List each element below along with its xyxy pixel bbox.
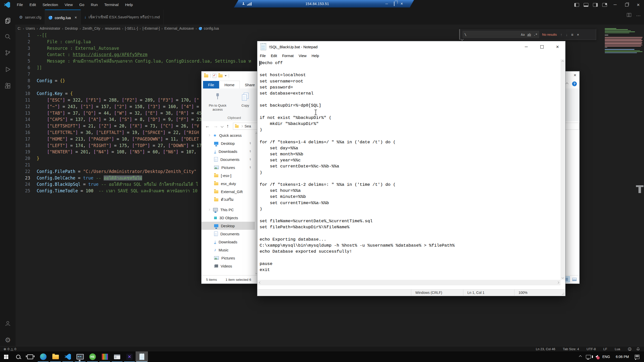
window-restore-button[interactable]	[621, 0, 632, 10]
rdp-close-button[interactable]: ×	[398, 2, 406, 6]
account-icon[interactable]	[0, 317, 16, 329]
notepad-close-button[interactable]: ×	[550, 41, 565, 52]
status-item-utf-8[interactable]: UTF-8	[587, 347, 596, 351]
taskbar-xampp-icon[interactable]: ✕	[123, 351, 136, 362]
search-icon[interactable]	[0, 31, 16, 43]
notepad-menu-format[interactable]: Format	[279, 54, 296, 58]
menu-item-go[interactable]: Go	[76, 0, 88, 10]
notepad-hscrollbar[interactable]	[258, 280, 560, 285]
find-previous-icon[interactable]: ↑	[560, 32, 562, 37]
taskbar-explorer-icon[interactable]	[49, 351, 62, 362]
thumbnail-view-button[interactable]	[571, 276, 578, 282]
minimize-ribbon-chevron-icon[interactable]	[566, 82, 568, 85]
expander-chevron-icon[interactable]	[208, 134, 210, 136]
sidebar-item-pictures[interactable]: Pictures✎	[202, 163, 255, 171]
ribbon-tab-file[interactable]: File	[203, 81, 219, 88]
taskbar-edge-icon[interactable]	[37, 351, 49, 362]
find-close-icon[interactable]: ×	[577, 32, 579, 37]
resize-grip[interactable]	[561, 292, 565, 295]
sidebar-item-desktop[interactable]: Desktop✎	[202, 139, 255, 147]
breadcrumb-item[interactable]: resources	[105, 26, 120, 30]
notepad-menu-edit[interactable]: Edit	[268, 54, 279, 58]
sidebar-item-documents[interactable]: Documents✎	[202, 155, 255, 163]
customize-layout-icon[interactable]	[602, 3, 607, 7]
menu-item-file[interactable]: File	[14, 0, 26, 10]
tab-close-icon[interactable]: ×	[75, 15, 77, 20]
sidebar-item-pictures[interactable]: Pictures	[202, 254, 255, 262]
notepad-menu-help[interactable]: Help	[309, 54, 321, 58]
rdp-restore-button[interactable]	[390, 2, 398, 6]
ribbon-button-copy[interactable]: Copy	[232, 91, 258, 108]
source-control-icon[interactable]	[0, 47, 16, 59]
sidebar-item-external-gift[interactable]: External_Gift	[202, 188, 255, 196]
scroll-up-icon[interactable]	[561, 60, 564, 63]
forward-arrow-icon[interactable]: →	[213, 123, 218, 129]
back-arrow-icon[interactable]: ←	[205, 123, 210, 129]
status-item-ln-23-col-46[interactable]: Ln 23, Col 46	[536, 347, 555, 351]
task-view-button[interactable]	[24, 351, 36, 362]
menu-item-selection[interactable]: Selection	[39, 0, 61, 10]
more-actions-icon[interactable]: ⋯	[636, 13, 640, 18]
explorer-close-button[interactable]: ×	[574, 72, 576, 78]
whole-word-icon[interactable]: ab	[527, 33, 531, 36]
status-item-lf[interactable]: LF	[603, 347, 607, 351]
run-debug-icon[interactable]	[0, 63, 16, 75]
action-center-icon[interactable]	[632, 351, 644, 362]
tray-language[interactable]: ENG	[600, 351, 612, 362]
match-case-icon[interactable]: Aa	[521, 33, 525, 36]
find-in-selection-icon[interactable]: ≡	[571, 32, 574, 37]
taskbar-window-app-icon[interactable]	[111, 351, 123, 362]
settings-gear-icon[interactable]: ⚙	[0, 334, 16, 346]
notepad-minimize-button[interactable]: ─	[518, 41, 534, 52]
rdp-minimize-button[interactable]: ─	[383, 2, 390, 6]
explorer-files-icon[interactable]	[0, 15, 16, 27]
problems-status[interactable]: ⊗ 0 △ 0	[4, 347, 16, 351]
sidebar-item-downloads[interactable]: ↓Downloads✎	[202, 147, 255, 155]
tray-show-hidden-icons-chevron[interactable]	[577, 351, 584, 362]
qat-properties-icon[interactable]	[213, 74, 216, 78]
breadcrumb-item[interactable]: Administrator	[39, 26, 60, 30]
sidebar-item--[interactable]: ตัวเสริม	[202, 196, 255, 204]
notepad-menu-view[interactable]: View	[296, 54, 309, 58]
notepad-titlebar[interactable]: !SQL_BlackUp.bat - Notepad ─ ×	[257, 41, 565, 52]
scroll-left-icon[interactable]	[259, 281, 261, 284]
taskbar-monitor-app-icon[interactable]	[74, 351, 86, 362]
breadcrumb-item[interactable]: Zenith_City	[83, 26, 100, 30]
taskbar-stripes-app-icon[interactable]	[99, 351, 111, 362]
window-close-button[interactable]: ×	[632, 0, 644, 10]
breadcrumb-item[interactable]: C:	[18, 26, 21, 30]
rdp-pin-icon[interactable]	[243, 2, 245, 5]
sidebar-item-esx-duty[interactable]: esx_duty	[202, 179, 255, 188]
sidebar-item--esx-[interactable]: [-esx-]	[202, 171, 255, 179]
extensions-icon[interactable]	[0, 80, 16, 92]
breadcrumb-item[interactable]: Users	[26, 26, 35, 30]
window-minimize-button[interactable]: ─	[609, 0, 621, 10]
breadcrumb-item[interactable]: [-SELL-]	[125, 26, 138, 30]
notepad-menu-file[interactable]: File	[257, 54, 268, 58]
notepad-text-area[interactable]: @echo off set host=localhost set usernam…	[258, 59, 560, 280]
toggle-secondary-sidebar-icon[interactable]	[593, 3, 598, 7]
breadcrumb-item[interactable]: Desktop	[65, 26, 78, 30]
recent-locations-chevron-icon[interactable]	[221, 125, 223, 127]
status-item-tab-size-4[interactable]: Tab Size: 4	[563, 347, 579, 351]
sidebar-item-quick-access[interactable]: ★Quick access	[202, 131, 255, 139]
qat-dropdown-icon[interactable]	[225, 75, 227, 76]
breadcrumb-item[interactable]: External_Autosave	[164, 26, 194, 30]
sidebar-item-desktop[interactable]: Desktop	[202, 222, 255, 230]
notepad-maximize-button[interactable]	[534, 41, 550, 52]
sidebar-item-downloads[interactable]: ↓Downloads	[202, 238, 255, 246]
find-input[interactable]: \ Aa ab .*	[463, 31, 539, 38]
start-button[interactable]	[0, 351, 12, 362]
notifications-bell-icon[interactable]	[636, 347, 640, 351]
tray-volume-muted-icon[interactable]: ×	[593, 351, 600, 362]
breadcrumb-item[interactable]: [-External-]	[142, 26, 159, 30]
up-arrow-icon[interactable]: ↑	[227, 123, 229, 129]
find-next-icon[interactable]: ↓	[566, 32, 568, 37]
taskbar-heidisql-icon[interactable]: HS	[86, 351, 99, 362]
menu-item-run[interactable]: Run	[88, 0, 101, 10]
taskbar-notepad-icon[interactable]	[136, 351, 148, 362]
tab-config-lua[interactable]: config.lua×	[45, 10, 81, 25]
scrollbar-thumb[interactable]	[638, 187, 641, 193]
status-item-lua[interactable]: Lua	[615, 347, 620, 351]
toggle-sidebar-icon[interactable]	[574, 3, 579, 7]
